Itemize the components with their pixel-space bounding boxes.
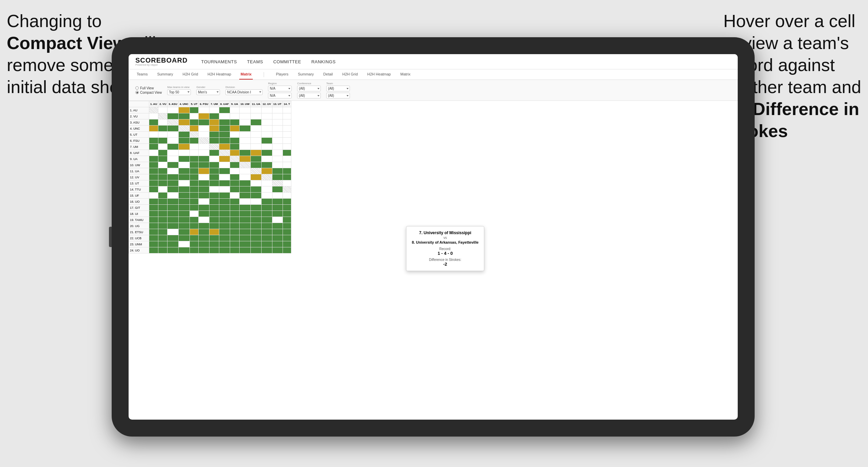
matrix-cell[interactable] [158, 150, 168, 156]
matrix-cell[interactable] [158, 241, 168, 247]
matrix-cell[interactable] [272, 168, 283, 174]
matrix-cell[interactable] [239, 205, 251, 211]
matrix-cell[interactable] [190, 150, 199, 156]
tab-h2h-grid-right[interactable]: H2H Grid [341, 69, 359, 80]
nav-teams[interactable]: TEAMS [247, 58, 263, 66]
matrix-cell[interactable] [199, 241, 209, 247]
matrix-cell[interactable] [230, 119, 239, 126]
matrix-cell[interactable] [178, 107, 190, 113]
matrix-cell[interactable] [283, 138, 291, 144]
matrix-cell[interactable] [272, 138, 283, 144]
matrix-cell[interactable] [251, 144, 262, 150]
matrix-cell[interactable] [230, 174, 239, 180]
matrix-cell[interactable] [209, 132, 219, 138]
matrix-cell[interactable] [219, 211, 230, 217]
matrix-cell[interactable] [230, 247, 239, 253]
matrix-cell[interactable] [149, 199, 158, 205]
matrix-cell[interactable] [149, 205, 158, 211]
matrix-cell[interactable] [219, 241, 230, 247]
matrix-cell[interactable] [168, 247, 179, 253]
matrix-cell[interactable] [178, 217, 190, 223]
matrix-cell[interactable] [168, 156, 179, 162]
matrix-cell[interactable] [251, 223, 262, 229]
matrix-cell[interactable] [158, 199, 168, 205]
matrix-cell[interactable] [262, 235, 272, 241]
matrix-cell[interactable] [209, 174, 219, 180]
matrix-cell[interactable] [283, 174, 291, 180]
matrix-cell[interactable] [209, 211, 219, 217]
matrix-cell[interactable] [168, 119, 179, 126]
team-select2[interactable]: (All) [326, 93, 350, 98]
matrix-cell[interactable] [283, 126, 291, 132]
matrix-cell[interactable] [209, 144, 219, 150]
matrix-cell[interactable] [158, 162, 168, 168]
matrix-cell[interactable] [149, 126, 158, 132]
matrix-cell[interactable] [251, 126, 262, 132]
matrix-cell[interactable] [219, 193, 230, 199]
matrix-cell[interactable] [178, 193, 190, 199]
matrix-cell[interactable] [149, 113, 158, 119]
matrix-cell[interactable] [230, 168, 239, 174]
matrix-cell[interactable] [219, 229, 230, 235]
matrix-cell[interactable] [168, 217, 179, 223]
matrix-cell[interactable] [149, 138, 158, 144]
matrix-cell[interactable] [209, 168, 219, 174]
matrix-cell[interactable] [158, 223, 168, 229]
radio-full-view[interactable]: Full View [135, 86, 162, 90]
matrix-cell[interactable] [209, 205, 219, 211]
matrix-cell[interactable] [262, 138, 272, 144]
matrix-cell[interactable] [262, 174, 272, 180]
matrix-cell[interactable] [239, 223, 251, 229]
matrix-cell[interactable] [199, 119, 209, 126]
matrix-cell[interactable] [149, 241, 158, 247]
matrix-cell[interactable] [209, 186, 219, 193]
matrix-cell[interactable] [158, 235, 168, 241]
matrix-cell[interactable] [199, 126, 209, 132]
matrix-cell[interactable] [158, 211, 168, 217]
matrix-cell[interactable] [272, 193, 283, 199]
matrix-cell[interactable] [251, 138, 262, 144]
matrix-cell[interactable] [158, 229, 168, 235]
matrix-cell[interactable] [168, 144, 179, 150]
matrix-cell[interactable] [272, 199, 283, 205]
matrix-cell[interactable] [230, 156, 239, 162]
matrix-cell[interactable] [272, 174, 283, 180]
matrix-cell[interactable] [190, 235, 199, 241]
matrix-cell[interactable] [158, 193, 168, 199]
matrix-cell[interactable] [178, 180, 190, 186]
matrix-cell[interactable] [209, 150, 219, 156]
matrix-cell[interactable] [272, 241, 283, 247]
matrix-cell[interactable] [272, 211, 283, 217]
matrix-cell[interactable] [262, 180, 272, 186]
matrix-cell[interactable] [283, 162, 291, 168]
matrix-cell[interactable] [168, 211, 179, 217]
matrix-cell[interactable] [251, 186, 262, 193]
matrix-cell[interactable] [199, 162, 209, 168]
matrix-cell[interactable] [168, 138, 179, 144]
matrix-cell[interactable] [178, 205, 190, 211]
matrix-cell[interactable] [158, 174, 168, 180]
matrix-cell[interactable] [283, 119, 291, 126]
matrix-cell[interactable] [272, 180, 283, 186]
matrix-cell[interactable] [239, 229, 251, 235]
matrix-cell[interactable] [251, 217, 262, 223]
matrix-cell[interactable] [272, 235, 283, 241]
matrix-cell[interactable] [251, 156, 262, 162]
matrix-cell[interactable] [272, 150, 283, 156]
matrix-cell[interactable] [190, 223, 199, 229]
matrix-cell[interactable] [272, 162, 283, 168]
matrix-cell[interactable] [262, 126, 272, 132]
matrix-cell[interactable] [199, 235, 209, 241]
gender-select[interactable]: Men's [196, 89, 220, 95]
tab-matrix-right[interactable]: Matrix [399, 69, 412, 80]
matrix-cell[interactable] [251, 113, 262, 119]
matrix-cell[interactable] [262, 211, 272, 217]
matrix-cell[interactable] [158, 168, 168, 174]
matrix-cell[interactable] [190, 199, 199, 205]
tab-h2h-grid-left[interactable]: H2H Grid [181, 69, 199, 80]
radio-compact-view[interactable]: Compact View [135, 91, 162, 94]
matrix-cell[interactable] [209, 217, 219, 223]
matrix-cell[interactable] [251, 229, 262, 235]
matrix-cell[interactable] [199, 199, 209, 205]
matrix-cell[interactable] [262, 247, 272, 253]
